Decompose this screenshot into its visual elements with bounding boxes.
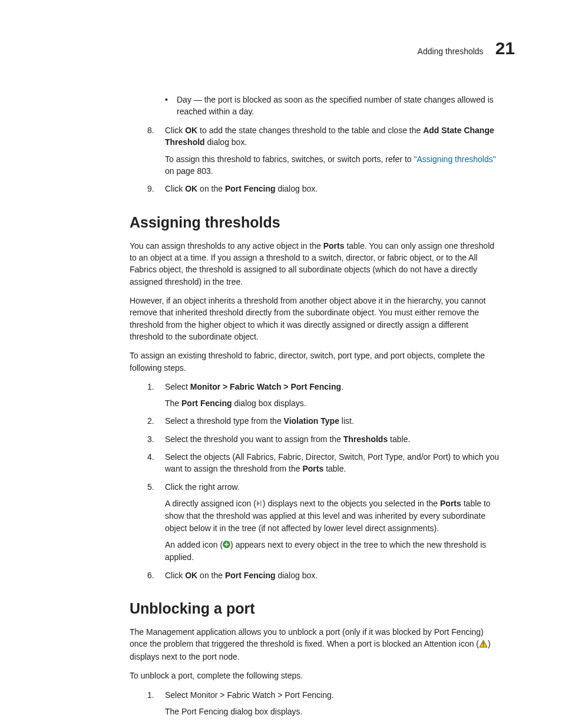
assigned-arrow-icon <box>256 498 263 510</box>
text: Select the threshold you want to assign … <box>165 434 343 444</box>
step-8: 8. Click OK to add the state changes thr… <box>147 124 503 177</box>
assign-step-1-sub: The Port Fencing dialog box displays. <box>165 397 503 409</box>
step-8-line2: To assign this threshold to fabrics, swi… <box>165 153 503 177</box>
text: to add the state changes threshold to th… <box>197 126 423 135</box>
text: dialog box. <box>276 571 318 580</box>
text: The Management application allows you to… <box>130 627 484 648</box>
thresholds-label: Thresholds <box>343 434 388 444</box>
prev-steps-block: Day — the port is blocked as soon as the… <box>47 94 515 195</box>
svg-rect-7 <box>483 645 484 645</box>
step-number: 4. <box>147 451 160 463</box>
unblock-step-1: 1. Select Monitor > Fabric Watch > Port … <box>147 689 503 718</box>
text: To assign this threshold to fabrics, swi… <box>165 154 414 164</box>
unblocking-steps: 1. Select Monitor > Fabric Watch > Port … <box>47 689 515 718</box>
text: A directly assigned icon ( <box>165 499 256 508</box>
bullet-day: Day — the port is blocked as soon as the… <box>165 94 503 118</box>
text: dialog box. <box>276 184 318 193</box>
ports-label: Ports <box>440 499 461 508</box>
step-number: 2. <box>147 415 160 427</box>
text: ) displays next to the objects you selec… <box>263 499 440 508</box>
assign-step-5-sub1: A directly assigned icon () displays nex… <box>165 498 503 534</box>
attention-icon <box>479 639 488 651</box>
unblock-step-1-sub: The Port Fencing dialog box displays. <box>165 706 503 717</box>
document-page: Adding thresholds 21 Day — the port is b… <box>0 0 562 728</box>
step-number: 8. <box>147 124 160 136</box>
step-9: 9. Click OK on the Port Fencing dialog b… <box>147 183 503 195</box>
step-number: 6. <box>147 569 160 581</box>
ok-label: OK <box>185 184 197 193</box>
ok-label: OK <box>185 126 197 135</box>
text: on page 803. <box>165 166 213 176</box>
text: Select <box>165 382 190 391</box>
text: Click <box>165 184 185 193</box>
text: on the <box>197 571 225 580</box>
assigning-thresholds-link[interactable]: "Assigning thresholds" <box>414 154 496 164</box>
assign-step-1: 1. Select Monitor > Fabric Watch > Port … <box>147 381 503 410</box>
step-number: 9. <box>147 183 160 195</box>
svg-rect-1 <box>260 500 262 506</box>
ports-label: Ports <box>302 464 323 473</box>
text: Select a threshold type from the <box>165 416 284 426</box>
assign-step-3: 3. Select the threshold you want to assi… <box>147 433 503 445</box>
text: Click <box>165 126 185 135</box>
unblocking-p2: To unblock a port, complete the followin… <box>130 670 503 681</box>
text: Select Monitor > Fabric Watch > Port Fen… <box>165 690 334 700</box>
text: dialog box displays. <box>232 398 306 408</box>
assigning-section: Assigning thresholds You can assign thre… <box>47 212 515 374</box>
text: dialog box. <box>205 137 247 147</box>
text: on the <box>197 184 225 193</box>
assigning-p3: To assign an existing threshold to fabri… <box>130 350 503 374</box>
ports-label: Ports <box>323 241 345 251</box>
assign-step-5: 5. Click the right arrow. A directly ass… <box>147 481 503 564</box>
step-number: 1. <box>147 689 160 701</box>
assigning-p1: You can assign thresholds to any active … <box>130 240 503 288</box>
assign-step-6: 6. Click OK on the Port Fencing dialog b… <box>147 569 503 581</box>
assign-step-4: 4. Select the objects (All Fabrics, Fabr… <box>147 451 503 475</box>
unblocking-p1: The Management application allows you to… <box>130 626 503 663</box>
text: table. <box>323 464 346 473</box>
step-number: 1. <box>147 381 160 393</box>
violation-type-label: Violation Type <box>284 416 339 426</box>
header-title: Adding thresholds <box>418 45 484 57</box>
unblocking-section: Unblocking a port The Management applica… <box>47 598 515 682</box>
text: Click the right arrow. <box>165 482 240 492</box>
text: table. <box>388 434 410 444</box>
text: list. <box>339 416 354 426</box>
text: Click <box>165 571 185 580</box>
step-number: 3. <box>147 433 160 445</box>
port-fencing-label: Port Fencing <box>181 398 232 408</box>
text: An added icon ( <box>165 540 223 549</box>
assigning-p2: However, if an object inherits a thresho… <box>130 295 503 342</box>
chapter-number: 21 <box>495 35 515 61</box>
assigning-heading: Assigning thresholds <box>130 212 503 233</box>
text: . <box>341 382 343 391</box>
assign-step-2: 2. Select a threshold type from the Viol… <box>147 415 503 427</box>
added-plus-icon <box>223 539 230 551</box>
port-fencing-label: Port Fencing <box>225 184 276 193</box>
step-8-line1: Click OK to add the state changes thresh… <box>165 124 503 149</box>
text: You can assign thresholds to any active … <box>130 241 323 251</box>
port-fencing-label: Port Fencing <box>225 571 276 580</box>
menu-path: Monitor > Fabric Watch > Port Fencing <box>190 382 341 391</box>
svg-rect-6 <box>483 642 484 644</box>
unblocking-heading: Unblocking a port <box>130 598 503 619</box>
page-header: Adding thresholds 21 <box>47 35 515 61</box>
assign-step-5-sub2: An added icon () appears next to every o… <box>165 539 503 564</box>
svg-marker-0 <box>257 500 260 506</box>
assigning-steps: 1. Select Monitor > Fabric Watch > Port … <box>47 381 515 581</box>
svg-rect-4 <box>224 544 229 545</box>
step-bullet-wrap: Day — the port is blocked as soon as the… <box>147 94 503 118</box>
text: The <box>165 398 181 408</box>
step-number: 5. <box>147 481 160 493</box>
ok-label: OK <box>185 571 197 580</box>
